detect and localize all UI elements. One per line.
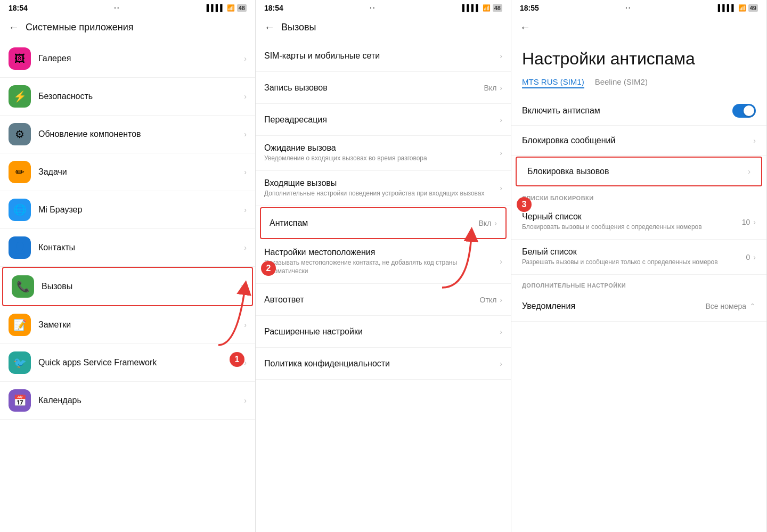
battery-icon-2: 48 bbox=[493, 4, 502, 12]
updates-label: Обновление компонентов bbox=[38, 129, 244, 139]
blocklist-item-whitelist[interactable]: Белый списокРазрешать вызовы и сообщения… bbox=[511, 240, 766, 275]
autoanswer-title: Автоответ bbox=[264, 295, 480, 305]
forward-chevron: › bbox=[500, 116, 502, 124]
signal-icon-3: ▌▌▌▌ bbox=[718, 4, 736, 12]
record-content: Запись вызовов bbox=[264, 83, 484, 93]
autoanswer-content: Автоответ bbox=[264, 295, 480, 305]
status-bar-2: 18:54 ·· ▌▌▌▌ 📶 48 bbox=[256, 0, 511, 16]
list-item-updates[interactable]: ⚙Обновление компонентов› bbox=[0, 116, 255, 153]
record-value: Вкл bbox=[484, 84, 497, 92]
status-icons-2: ▌▌▌▌ 📶 48 bbox=[462, 4, 502, 12]
whitelist-title: Белый список bbox=[522, 247, 746, 257]
antispam-item-enable[interactable]: Включить антиспам bbox=[511, 96, 766, 126]
browser-label: Mi Браузер bbox=[38, 205, 244, 215]
incoming-subtitle: Дополнительные настройки поведения устро… bbox=[264, 189, 500, 198]
enable-toggle[interactable] bbox=[732, 104, 756, 118]
calls-item-location[interactable]: Настройки местоположенияПоказывать место… bbox=[256, 240, 511, 284]
calls-item-waiting[interactable]: Ожидание вызоваУведомление о входящих вы… bbox=[256, 136, 511, 171]
calls-item-autoanswer[interactable]: АвтоответОткл› bbox=[256, 284, 511, 316]
antispam-content: Антиспам bbox=[270, 218, 479, 228]
sim-content: SIM-карты и мобильные сети bbox=[264, 51, 500, 61]
list-item-gallery[interactable]: 🖼Галерея› bbox=[0, 40, 255, 78]
calls-list: SIM-карты и мобильные сети›Запись вызово… bbox=[256, 40, 511, 532]
back-button-2[interactable]: ← bbox=[264, 21, 275, 34]
list-item-notes[interactable]: 📝Заметки› bbox=[0, 306, 255, 344]
waiting-title: Ожидание вызова bbox=[264, 143, 500, 153]
section-label-blocklists: СПИСКИ БЛОКИРОВКИ bbox=[511, 187, 766, 204]
dots-2: ·· bbox=[370, 4, 376, 12]
list-item-quickapps[interactable]: 🐦Quick apps Service Framework› bbox=[0, 344, 255, 382]
list-item-calendar[interactable]: 📅Календарь› bbox=[0, 382, 255, 420]
blacklist-subtitle: Блокировать вызовы и сообщения с определ… bbox=[522, 223, 742, 232]
antispam-title: Антиспам bbox=[270, 218, 479, 228]
status-bar-1: 18:54 ·· ▌▌▌▌ 📶 48 bbox=[0, 0, 255, 16]
advanced-content: Расширенные настройки bbox=[264, 327, 500, 337]
antispam-item-blockmsgs[interactable]: Блокировка сообщений› bbox=[511, 126, 766, 155]
updates-chevron: › bbox=[244, 130, 247, 138]
calls-label: Вызовы bbox=[42, 282, 241, 291]
calls-item-incoming[interactable]: Входящие вызовыДополнительные настройки … bbox=[256, 171, 511, 206]
privacy-chevron: › bbox=[500, 359, 502, 368]
calls-item-record[interactable]: Запись вызововВкл› bbox=[256, 72, 511, 104]
page-title-2: Вызовы bbox=[281, 22, 316, 33]
status-icons-3: ▌▌▌▌ 📶 49 bbox=[718, 4, 758, 12]
list-item-security[interactable]: ⚡Безопасность› bbox=[0, 78, 255, 116]
security-icon: ⚡ bbox=[9, 85, 31, 108]
contacts-icon: 👤 bbox=[9, 236, 31, 259]
quickapps-icon: 🐦 bbox=[9, 351, 31, 374]
step-badge-3: 3 bbox=[517, 197, 532, 212]
antispam-item-blockcalls[interactable]: Блокировка вызовов› bbox=[516, 157, 762, 186]
calls-item-antispam[interactable]: АнтиспамВкл› bbox=[260, 207, 507, 239]
calendar-label: Календарь bbox=[38, 396, 244, 405]
updates-icon: ⚙ bbox=[9, 123, 31, 145]
calls-item-privacy[interactable]: Политика конфиденциальности› bbox=[256, 348, 511, 380]
sim-tab-sim1[interactable]: MTS RUS (SIM1) bbox=[522, 77, 584, 88]
sim-tab-sim2[interactable]: Beeline (SIM2) bbox=[595, 77, 648, 88]
waiting-chevron: › bbox=[500, 149, 502, 157]
location-title: Настройки местоположения bbox=[264, 248, 500, 257]
back-button-3[interactable]: ← bbox=[520, 21, 531, 34]
blockcalls-title: Блокировка вызовов bbox=[527, 167, 748, 176]
incoming-chevron: › bbox=[500, 184, 502, 192]
panel-antispam: 18:55 ·· ▌▌▌▌ 📶 49 ← Настройки антиспама… bbox=[511, 0, 767, 532]
gallery-label: Галерея bbox=[38, 54, 244, 63]
blockmsgs-chevron: › bbox=[753, 136, 756, 145]
notifications-chevron: ⌃ bbox=[749, 302, 756, 310]
waiting-subtitle: Уведомление о входящих вызовах во время … bbox=[264, 154, 500, 163]
section-label-additional: ДОПОЛНИТЕЛЬНЫЕ НАСТРОЙКИ bbox=[511, 275, 766, 292]
antispam-list: Включить антиспамБлокировка сообщений›Бл… bbox=[511, 96, 766, 532]
privacy-title: Политика конфиденциальности bbox=[264, 359, 500, 369]
sim-title: SIM-карты и мобильные сети bbox=[264, 51, 500, 61]
status-icons-1: ▌▌▌▌ 📶 48 bbox=[207, 4, 247, 12]
notifications-title: Уведомления bbox=[522, 301, 705, 311]
signal-icon-1: ▌▌▌▌ bbox=[207, 4, 225, 12]
blacklist-title: Черный список bbox=[522, 212, 742, 222]
incoming-title: Входящие вызовы bbox=[264, 178, 500, 188]
whitelist-subtitle: Разрешать вызовы и сообщения только с оп… bbox=[522, 258, 746, 267]
whitelist-chevron: › bbox=[753, 253, 756, 261]
list-item-browser[interactable]: 🌐Mi Браузер› bbox=[0, 191, 255, 229]
contacts-label: Контакты bbox=[38, 243, 244, 252]
calls-item-advanced[interactable]: Расширенные настройки› bbox=[256, 316, 511, 348]
blockmsgs-title: Блокировка сообщений bbox=[522, 136, 753, 145]
time-3: 18:55 bbox=[520, 4, 539, 12]
additional-item-notifications[interactable]: УведомленияВсе номера⌃ bbox=[511, 292, 766, 322]
blocklist-item-blacklist[interactable]: Черный списокБлокировать вызовы и сообще… bbox=[511, 204, 766, 240]
notifications-badge: Все номера bbox=[705, 302, 746, 310]
list-item-contacts[interactable]: 👤Контакты› bbox=[0, 229, 255, 267]
calls-item-sim[interactable]: SIM-карты и мобильные сети› bbox=[256, 40, 511, 72]
back-button-1[interactable]: ← bbox=[9, 21, 19, 34]
panel-calls: 18:54 ·· ▌▌▌▌ 📶 48 ← Вызовы SIM-карты и … bbox=[256, 0, 511, 532]
status-bar-3: 18:55 ·· ▌▌▌▌ 📶 49 bbox=[511, 0, 766, 16]
browser-icon: 🌐 bbox=[9, 199, 31, 221]
list-item-tasks[interactable]: ✏Задачи› bbox=[0, 153, 255, 191]
whitelist-badge: 0 bbox=[746, 253, 750, 261]
wifi-icon-3: 📶 bbox=[738, 4, 746, 12]
contacts-chevron: › bbox=[244, 243, 247, 252]
calls-item-forward[interactable]: Переадресация› bbox=[256, 104, 511, 136]
sim-tabs: MTS RUS (SIM1)Beeline (SIM2) bbox=[511, 73, 766, 96]
dots-3: ·· bbox=[625, 4, 632, 12]
list-item-calls[interactable]: 📞Вызовы› bbox=[2, 267, 253, 306]
sim-chevron: › bbox=[500, 52, 502, 60]
enable-title: Включить антиспам bbox=[522, 106, 732, 116]
